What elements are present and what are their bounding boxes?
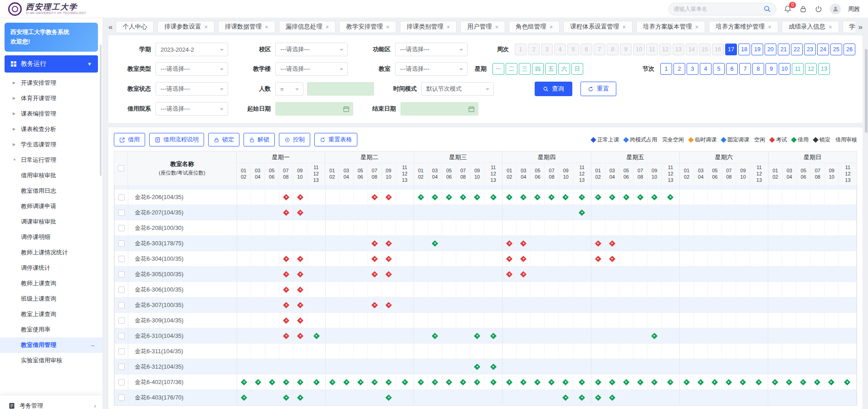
slot-cell[interactable] xyxy=(502,205,517,220)
slot-cell[interactable] xyxy=(396,251,414,266)
slot-cell[interactable] xyxy=(722,220,736,235)
week-button-2[interactable]: 2 xyxy=(528,44,540,55)
slot-cell[interactable] xyxy=(414,185,428,189)
submenu-item-调课审核审批[interactable]: 调课审核审批 xyxy=(0,214,102,229)
row-checkbox[interactable] xyxy=(118,364,125,370)
slot-cell[interactable] xyxy=(750,205,768,220)
slot-cell[interactable] xyxy=(810,328,824,343)
slot-cell[interactable] xyxy=(265,251,279,266)
slot-cell[interactable] xyxy=(591,190,605,204)
slot-cell[interactable] xyxy=(619,359,634,374)
slot-cell[interactable] xyxy=(414,375,428,390)
slot-cell[interactable] xyxy=(680,205,694,220)
slot-cell[interactable] xyxy=(810,190,824,204)
slot-cell[interactable] xyxy=(605,282,619,297)
func-area-select[interactable]: ---请选择--- xyxy=(395,43,468,56)
slot-cell[interactable] xyxy=(662,344,679,359)
sidebar-item-exam-management[interactable]: 考务管理 › xyxy=(0,395,102,409)
slot-cell[interactable] xyxy=(722,185,736,189)
slot-cell[interactable] xyxy=(442,220,456,235)
slot-cell[interactable] xyxy=(648,185,662,189)
reset-button[interactable]: 重置 xyxy=(580,82,616,96)
slot-cell[interactable] xyxy=(680,185,694,189)
slot-cell[interactable] xyxy=(591,313,605,328)
slot-cell[interactable] xyxy=(265,390,279,405)
slot-cell[interactable] xyxy=(722,359,736,374)
slot-cell[interactable] xyxy=(265,297,279,312)
slot-cell[interactable] xyxy=(484,328,502,343)
slot-cell[interactable] xyxy=(382,344,396,359)
slot-cell[interactable] xyxy=(694,359,708,374)
slot-cell[interactable] xyxy=(237,205,251,220)
slot-cell[interactable] xyxy=(559,220,573,235)
slot-cell[interactable] xyxy=(722,297,736,312)
slot-cell[interactable] xyxy=(414,251,428,266)
slot-cell[interactable] xyxy=(722,313,736,328)
slot-cell[interactable] xyxy=(340,220,354,235)
slot-cell[interactable] xyxy=(354,251,368,266)
menu-item-体育开课管理[interactable]: ▶体育开课管理 xyxy=(0,91,102,106)
slot-cell[interactable] xyxy=(368,375,382,390)
slot-cell[interactable] xyxy=(736,344,750,359)
slot-cell[interactable] xyxy=(326,297,340,312)
slot-cell[interactable] xyxy=(368,359,382,374)
slot-cell[interactable] xyxy=(517,267,531,282)
slot-cell[interactable] xyxy=(545,390,559,405)
slot-cell[interactable] xyxy=(368,282,382,297)
slot-cell[interactable] xyxy=(279,328,293,343)
slot-cell[interactable] xyxy=(634,236,648,251)
slot-cell[interactable] xyxy=(470,359,484,374)
row-checkbox[interactable] xyxy=(118,348,125,355)
slot-cell[interactable] xyxy=(293,185,307,189)
slot-cell[interactable] xyxy=(340,236,354,251)
slot-cell[interactable] xyxy=(662,390,679,405)
slot-cell[interactable] xyxy=(680,282,694,297)
slot-cell[interactable] xyxy=(279,185,293,189)
slot-cell[interactable] xyxy=(340,267,354,282)
slot-cell[interactable] xyxy=(368,236,382,251)
slot-cell[interactable] xyxy=(839,375,856,390)
slot-cell[interactable] xyxy=(750,344,768,359)
slot-cell[interactable] xyxy=(736,297,750,312)
slot-cell[interactable] xyxy=(605,267,619,282)
slot-cell[interactable] xyxy=(782,220,796,235)
slot-cell[interactable] xyxy=(502,185,517,189)
slot-cell[interactable] xyxy=(708,282,722,297)
building-select[interactable]: ---请选择--- xyxy=(275,62,348,76)
slot-cell[interactable] xyxy=(810,313,824,328)
slot-cell[interactable] xyxy=(396,236,414,251)
slot-cell[interactable] xyxy=(750,328,768,343)
menu-item-开课安排管理[interactable]: ▶开课安排管理 xyxy=(0,75,102,91)
slot-cell[interactable] xyxy=(279,267,293,282)
toolbar-button-refresh[interactable]: 重置表格 xyxy=(314,133,357,146)
week-button-6[interactable]: 6 xyxy=(580,44,592,55)
slot-cell[interactable] xyxy=(442,251,456,266)
slot-cell[interactable] xyxy=(722,328,736,343)
slot-cell[interactable] xyxy=(396,297,414,312)
slot-cell[interactable] xyxy=(442,359,456,374)
slot-cell[interactable] xyxy=(428,359,442,374)
slot-cell[interactable] xyxy=(368,251,382,266)
slot-cell[interactable] xyxy=(307,185,325,189)
slot-cell[interactable] xyxy=(619,236,634,251)
slot-cell[interactable] xyxy=(307,251,325,266)
slot-cell[interactable] xyxy=(396,313,414,328)
tab-close-icon[interactable]: × xyxy=(829,24,832,30)
slot-cell[interactable] xyxy=(307,190,325,204)
slot-cell[interactable] xyxy=(456,205,470,220)
slot-cell[interactable] xyxy=(368,220,382,235)
slot-cell[interactable] xyxy=(251,267,265,282)
slot-cell[interactable] xyxy=(265,344,279,359)
user-avatar-icon[interactable] xyxy=(830,4,841,15)
week-button-18[interactable]: 18 xyxy=(738,44,750,55)
slot-cell[interactable] xyxy=(502,375,517,390)
slot-cell[interactable] xyxy=(531,344,545,359)
week-button-20[interactable]: 20 xyxy=(765,44,776,55)
slot-cell[interactable] xyxy=(605,185,619,189)
slot-cell[interactable] xyxy=(782,236,796,251)
slot-cell[interactable] xyxy=(484,267,502,282)
slot-cell[interactable] xyxy=(619,297,634,312)
slot-cell[interactable] xyxy=(782,190,796,204)
week-button-11[interactable]: 11 xyxy=(646,44,658,55)
slot-cell[interactable] xyxy=(237,375,251,390)
